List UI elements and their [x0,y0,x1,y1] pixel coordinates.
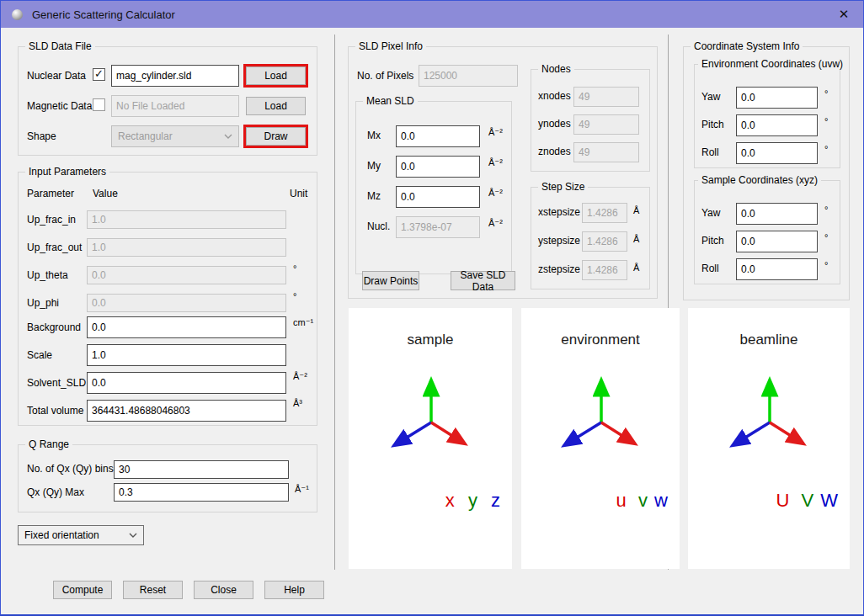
reset-button[interactable]: Reset [123,581,183,599]
nodes-group: Nodes xnodes ynodes znodes [531,69,650,172]
sample-axes-icon [376,367,485,468]
help-button[interactable]: Help [264,581,324,599]
total-volume-input[interactable] [87,400,286,422]
xstepsize-input [582,203,627,223]
w-cap-axis-label: W [820,490,838,512]
chevron-down-icon [127,529,139,541]
generic-scattering-calculator-window: Generic Scattering Calculator ✕ SLD Data… [0,0,864,616]
shape-label: Shape [27,130,56,142]
my-unit: Å⁻² [488,157,503,168]
sample-coordinates-title: Sample Coordinates (xyz) [698,174,821,186]
nucl-label: Nucl. [367,220,390,232]
ystepsize-label: ystepsize [538,235,580,247]
zstepsize-unit: Å [633,263,639,273]
total-volume-unit: Å³ [293,398,302,408]
coordinate-system-info-group: Coordinate System Info Environment Coord… [683,46,850,300]
nuclear-file-input[interactable] [111,65,239,87]
sample-pitch-unit: ° [824,232,828,242]
solvent-sld-input[interactable] [87,372,286,394]
nuclear-data-checkbox[interactable] [93,68,105,81]
beamline-axes-title: beamline [688,332,850,348]
ystepsize-input [582,231,627,252]
env-yaw-label: Yaw [701,91,720,103]
background-input[interactable] [87,316,286,338]
mx-label: Mx [367,130,381,141]
compute-button[interactable]: Compute [53,581,112,599]
coordinate-system-info-title: Coordinate System Info [691,40,803,52]
orientation-combobox[interactable]: Fixed orientation [18,525,144,545]
app-icon [12,9,23,20]
draw-points-button[interactable]: Draw Points [362,271,419,290]
w-axis-label: w [654,490,668,512]
environment-axes-panel: environment u v w [521,308,680,569]
input-parameters-group: Input Parameters Parameter Value Unit Up… [18,172,317,426]
scale-input[interactable] [87,344,286,366]
qx-max-input[interactable] [114,483,289,502]
y-axis-label: y [468,490,477,512]
sample-yaw-label: Yaw [701,207,720,219]
ynodes-label: ynodes [538,118,571,130]
env-yaw-input[interactable] [736,87,818,109]
save-sld-data-button[interactable]: Save SLD Data [451,271,515,290]
up-theta-unit: ° [293,263,296,273]
environment-axes-title: environment [521,332,680,348]
left-separator [334,35,335,570]
no-of-pixels-label: No. of Pixels [357,70,413,82]
value-header: Value [93,188,118,199]
xnodes-label: xnodes [538,90,571,102]
xnodes-input [573,87,639,107]
magnetic-load-button[interactable]: Load [246,97,306,115]
mz-input[interactable] [396,186,480,208]
sample-axes-title: sample [349,332,512,348]
beamline-axes-panel: beamline U V W [688,308,850,569]
close-button[interactable]: Close [194,581,253,599]
environment-axes-icon [546,367,655,468]
xstepsize-label: xstepsize [538,206,580,218]
step-size-group: Step Size xstepsize Å ystepsize Å zsteps… [531,187,650,289]
qx-max-label: Qx (Qy) Max [27,486,84,498]
sample-yaw-unit: ° [824,204,828,215]
u-cap-axis-label: U [776,490,789,512]
sld-pixel-info-title: SLD Pixel Info [355,40,426,52]
xstepsize-unit: Å [633,205,639,215]
nuclear-load-button[interactable]: Load [246,66,306,85]
my-input[interactable] [396,156,480,178]
shape-value: Rectangular [118,130,173,142]
z-axis-label: z [491,490,500,512]
ystepsize-unit: Å [633,234,639,244]
qx-bins-input[interactable] [114,460,289,479]
chevron-down-icon [222,130,234,142]
no-of-pixels-input [419,65,518,87]
q-range-title: Q Range [25,438,72,450]
sample-axes-labels: x y z [445,490,500,512]
mean-sld-title: Mean SLD [363,95,418,107]
ynodes-input [573,114,639,135]
zstepsize-label: zstepsize [538,263,580,275]
env-pitch-label: Pitch [701,119,724,130]
env-pitch-input[interactable] [736,114,818,136]
draw-button[interactable]: Draw [246,127,306,146]
sample-yaw-input[interactable] [736,203,818,225]
env-yaw-unit: ° [824,88,828,98]
v-axis-label: v [638,490,648,512]
x-axis-label: x [445,490,455,512]
parameter-header: Parameter [27,188,74,199]
sample-coordinates-group: Sample Coordinates (xyz) Yaw ° Pitch ° R… [694,180,840,284]
mz-label: Mz [367,190,381,202]
v-cap-axis-label: V [801,490,813,512]
qx-bins-label: No. of Qx (Qy) bins [27,463,114,475]
znodes-label: znodes [538,146,571,157]
title-bar: Generic Scattering Calculator ✕ [1,1,863,28]
up-theta-input [87,266,286,284]
environment-axes-labels: u v w [616,490,668,512]
sample-roll-input[interactable] [736,258,818,280]
nucl-input [396,216,480,238]
sample-pitch-input[interactable] [736,231,818,252]
unit-header: Unit [290,188,307,199]
mx-input[interactable] [396,125,480,147]
close-icon[interactable]: ✕ [835,5,853,24]
magnetic-data-checkbox[interactable] [93,98,105,111]
magnetic-file-input [111,95,239,117]
env-roll-input[interactable] [736,142,818,164]
solvent-sld-label: Solvent_SLD [27,377,86,389]
